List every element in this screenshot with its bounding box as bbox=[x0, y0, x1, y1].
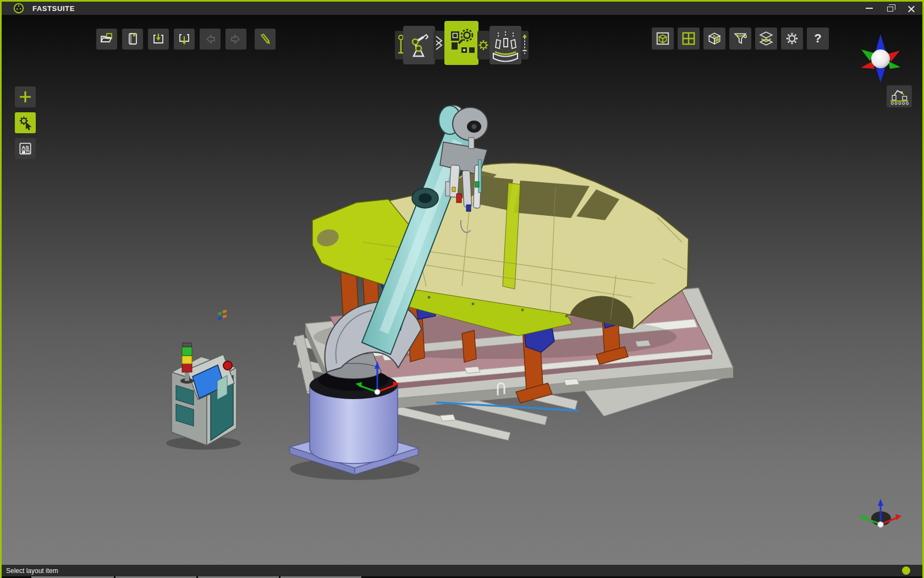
document-icon bbox=[125, 32, 140, 46]
export-arrow-icon bbox=[177, 32, 191, 46]
viewport-3d[interactable]: ? bbox=[2, 15, 922, 565]
layers-icon bbox=[758, 31, 774, 46]
orientation-compass[interactable] bbox=[859, 33, 903, 85]
measure-icon bbox=[521, 33, 528, 57]
app-logo-icon bbox=[13, 2, 25, 14]
layout-sidebar: AS bbox=[15, 86, 36, 159]
chevrons-icon bbox=[435, 33, 444, 57]
robot-programming-button[interactable] bbox=[403, 26, 435, 64]
undo-button[interactable] bbox=[200, 29, 221, 50]
undo-arrow-icon bbox=[203, 32, 217, 46]
titlebar: FASTSUITE bbox=[2, 2, 922, 15]
app-title: FASTSUITE bbox=[32, 4, 75, 13]
emergency-stop-button bbox=[223, 361, 232, 370]
add-item-button[interactable] bbox=[15, 86, 36, 107]
help-label: ? bbox=[814, 31, 821, 46]
plus-icon bbox=[18, 90, 32, 104]
surface-paths-button[interactable] bbox=[433, 31, 446, 59]
framed-cube-icon bbox=[655, 31, 670, 46]
origin-triad bbox=[860, 499, 901, 528]
compass-sphere bbox=[871, 50, 890, 68]
close-button[interactable] bbox=[905, 3, 917, 14]
export-button[interactable] bbox=[174, 29, 195, 50]
funnel-icon bbox=[733, 31, 748, 46]
view-toolbar: ? bbox=[652, 28, 829, 50]
save-as-label: AS bbox=[21, 144, 29, 150]
solid-cube-icon bbox=[707, 31, 722, 46]
scene-canvas[interactable] bbox=[2, 15, 922, 565]
robot-on-track-icon bbox=[888, 87, 910, 106]
save-as-button[interactable]: AS bbox=[15, 138, 36, 159]
gear-cursor-icon bbox=[17, 114, 34, 131]
spray-calibration-icon bbox=[490, 26, 521, 64]
edit-button[interactable] bbox=[255, 29, 276, 50]
render-mode-button[interactable] bbox=[703, 28, 725, 50]
robot-arm-icon bbox=[408, 31, 430, 59]
split-viewports-button[interactable] bbox=[678, 28, 700, 50]
import-button[interactable] bbox=[148, 29, 169, 50]
status-indicator bbox=[902, 566, 910, 575]
layout-button[interactable] bbox=[444, 21, 479, 65]
process-setup-button[interactable] bbox=[477, 31, 490, 59]
gear-icon bbox=[784, 31, 800, 46]
new-document-button[interactable] bbox=[122, 29, 143, 50]
pencil-icon bbox=[258, 32, 272, 46]
select-tool-button[interactable] bbox=[15, 112, 36, 133]
layers-button[interactable] bbox=[755, 28, 777, 50]
help-button[interactable]: ? bbox=[807, 28, 829, 50]
floppy-icon: AS bbox=[18, 141, 33, 156]
settings-button[interactable] bbox=[781, 28, 803, 50]
layout-inspect-icon bbox=[444, 24, 479, 62]
calibration-button[interactable] bbox=[490, 26, 521, 64]
minimize-icon bbox=[866, 8, 873, 9]
window-controls bbox=[863, 3, 917, 14]
app-window: FASTSUITE bbox=[0, 0, 924, 578]
robot-track-button[interactable] bbox=[887, 85, 912, 107]
controller-cabinet-model[interactable] bbox=[166, 309, 241, 450]
minimize-button[interactable] bbox=[863, 3, 875, 14]
file-toolbar bbox=[96, 29, 246, 50]
open-button[interactable] bbox=[96, 29, 117, 50]
redo-arrow-icon bbox=[229, 32, 243, 46]
restore-button[interactable] bbox=[884, 3, 896, 14]
statusbar: Select layout item bbox=[2, 565, 922, 576]
redo-button[interactable] bbox=[226, 29, 246, 50]
gear-small-icon bbox=[479, 33, 488, 57]
measure-button[interactable] bbox=[521, 31, 529, 59]
folder-open-icon bbox=[100, 32, 114, 46]
status-message: Select layout item bbox=[6, 567, 58, 575]
green-grid-icon bbox=[681, 31, 696, 46]
import-arrow-icon bbox=[151, 32, 166, 46]
filter-button[interactable] bbox=[729, 28, 751, 50]
view-cube-button[interactable] bbox=[652, 28, 674, 50]
workflow-toolbar bbox=[394, 21, 532, 66]
restore-icon bbox=[887, 7, 893, 12]
close-icon bbox=[908, 5, 915, 12]
